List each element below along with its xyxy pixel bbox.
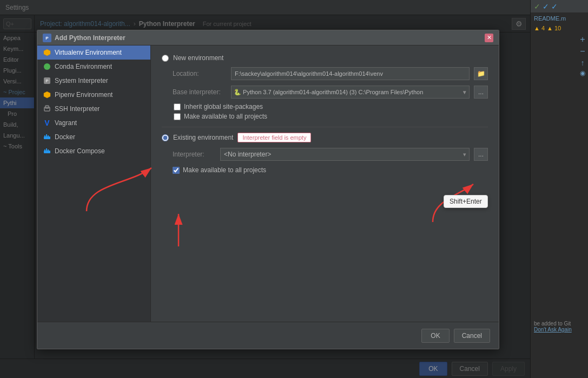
sidebar-item-vagrant-label: Vagrant (55, 119, 77, 127)
inherit-packages-row: Inherit global site-packages (174, 103, 488, 110)
interpreter-row: Interpreter: <No interpreter> ▾ ... (173, 148, 488, 161)
svg-rect-11 (46, 135, 47, 136)
existing-environment-row: Existing environment Interpreter field i… (162, 133, 488, 142)
existing-environment-label: Existing environment (173, 134, 233, 141)
git-status-icons: ✓ ✓ ✓ (534, 2, 558, 11)
make-available-new-checkbox[interactable] (174, 113, 181, 120)
up-tool-icon[interactable]: ↑ (581, 58, 585, 67)
base-interpreter-more-button[interactable]: ... (474, 86, 488, 99)
conda-icon (43, 62, 51, 71)
ssh-icon (43, 105, 51, 113)
minus-tool-icon[interactable]: − (580, 47, 585, 56)
shift-enter-tooltip: Shift+Enter (444, 195, 488, 208)
make-available-existing-row: Make available to all projects (173, 166, 488, 174)
new-environment-label: New environment (173, 54, 223, 62)
sidebar-item-vagrant[interactable]: V Vagrant (37, 116, 150, 130)
make-available-new-label: Make available to all projects (184, 113, 267, 120)
new-environment-radio[interactable] (162, 55, 169, 62)
git-check-icon-3: ✓ (551, 2, 558, 11)
section-divider (162, 127, 488, 127)
base-interpreter-label: Base interpreter: (173, 88, 227, 96)
svg-point-3 (44, 63, 50, 70)
git-note: be added to Git (534, 321, 585, 327)
svg-marker-2 (44, 49, 50, 56)
vagrant-icon: V (43, 119, 51, 127)
system-icon: P (43, 76, 51, 85)
make-available-label: Make available to all projects (183, 166, 266, 174)
svg-text:P: P (45, 36, 49, 41)
location-label: Location: (173, 70, 227, 77)
sidebar-item-docker-compose-label: Docker Compose (55, 147, 105, 155)
git-check-icon-2: ✓ (543, 2, 549, 11)
inherit-packages-label: Inherit global site-packages (184, 103, 263, 110)
sidebar-item-docker-label: Docker (55, 133, 75, 141)
make-available-checkbox[interactable] (173, 167, 180, 174)
modal-ok-button[interactable]: OK (421, 329, 449, 343)
git-check-icon: ✓ (534, 2, 540, 11)
interpreter-label: Interpreter: (173, 151, 216, 158)
plus-tool-icon[interactable]: + (580, 35, 585, 44)
svg-rect-18 (46, 148, 47, 149)
sidebar-item-system-label: System Interpreter (55, 77, 108, 84)
sidebar-item-docker-compose[interactable]: Docker Compose (37, 144, 150, 158)
sidebar-item-ssh[interactable]: SSH Interpreter (37, 102, 150, 116)
interpreter-more-button[interactable]: ... (474, 148, 488, 161)
modal-main-content: New environment Location: 📁 Base interpr… (151, 45, 499, 322)
modal-cancel-button[interactable]: Cancel (454, 329, 490, 343)
eye-tool-icon[interactable]: ◉ (580, 69, 585, 77)
sidebar-item-ssh-label: SSH Interpreter (55, 105, 100, 113)
sidebar-item-virtualenv-label: Virtualenv Environment (55, 49, 122, 56)
svg-rect-15 (44, 149, 45, 151)
base-interpreter-row: Base interpreter: 🐍 Python 3.7 (algorith… (173, 86, 488, 99)
pipenv-icon (43, 90, 51, 99)
sidebar-item-system[interactable]: P System Interpreter (37, 74, 150, 88)
svg-rect-17 (48, 149, 49, 151)
svg-rect-9 (44, 136, 50, 139)
modal-sidebar: Virtualenv Environment Conda Environment… (37, 45, 151, 322)
virtualenv-icon (43, 48, 51, 57)
sidebar-item-docker[interactable]: Docker (37, 130, 150, 144)
file-panel: ✓ ✓ ✓ README.m ▲ 4 ▲ 10 + − ↑ ◉ be added… (530, 0, 588, 378)
sidebar-item-pipenv-label: Pipenv Environment (55, 91, 113, 99)
sidebar-item-conda[interactable]: Conda Environment (37, 60, 150, 74)
svg-text:P: P (45, 79, 48, 83)
make-available-new-row: Make available to all projects (174, 113, 488, 120)
readme-file-label: README.m (534, 15, 566, 22)
modal-title: P Add Python Interpreter (43, 34, 125, 42)
docker-compose-icon (43, 147, 51, 155)
dont-ask-link[interactable]: Don't Ask Again (534, 327, 585, 333)
svg-rect-10 (44, 135, 45, 136)
modal-footer: OK Cancel (37, 322, 499, 349)
warning-badge-1: ▲ 4 (534, 25, 545, 31)
svg-rect-12 (48, 135, 49, 136)
file-panel-header: ✓ ✓ ✓ (531, 0, 588, 13)
svg-rect-16 (46, 149, 47, 151)
new-environment-option[interactable]: New environment (162, 54, 488, 62)
modal-close-button[interactable]: ✕ (485, 34, 493, 42)
location-browse-button[interactable]: 📁 (474, 67, 488, 80)
modal-titlebar: P Add Python Interpreter ✕ (37, 30, 499, 45)
interpreter-select[interactable]: <No interpreter> (220, 148, 470, 161)
sidebar-item-conda-label: Conda Environment (55, 63, 112, 70)
interpreter-empty-tooltip: Interpreter field is empty (237, 133, 311, 142)
inherit-packages-checkbox[interactable] (174, 103, 181, 110)
svg-rect-13 (46, 134, 47, 135)
warning-badge-2: ▲ 10 (547, 25, 561, 31)
location-row: Location: 📁 (173, 67, 488, 80)
docker-icon (43, 133, 51, 141)
location-input[interactable] (231, 67, 470, 80)
existing-environment-radio[interactable] (162, 134, 169, 141)
sidebar-item-virtualenv[interactable]: Virtualenv Environment (37, 45, 150, 60)
svg-rect-14 (44, 151, 50, 153)
modal-title-icon: P (43, 34, 51, 42)
add-python-interpreter-dialog: P Add Python Interpreter ✕ Virtualenv En… (37, 30, 499, 349)
folder-icon: 📁 (477, 70, 485, 77)
sidebar-item-pipenv[interactable]: Pipenv Environment (37, 88, 150, 102)
base-interpreter-select[interactable]: 🐍 Python 3.7 (algorithm014-algorithm014)… (231, 86, 470, 99)
svg-marker-6 (44, 92, 50, 98)
modal-body: Virtualenv Environment Conda Environment… (37, 45, 499, 322)
